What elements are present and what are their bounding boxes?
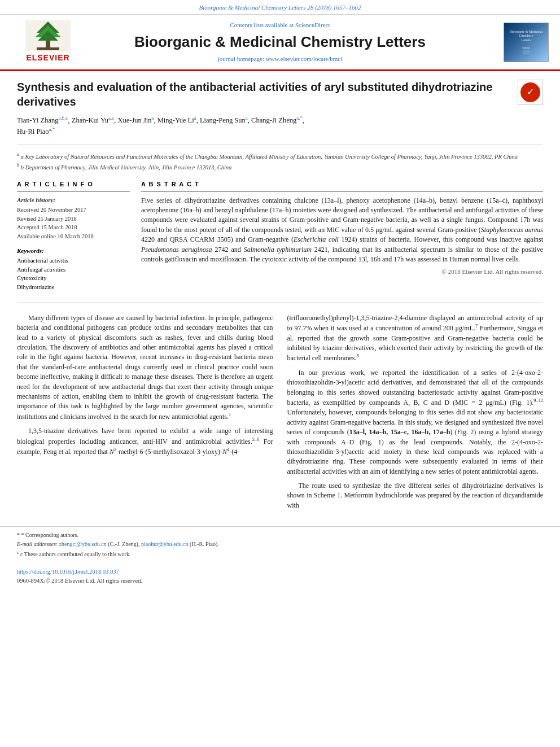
journal-cover-image: Bioorganic & MedicinalChemistryLetters══… — [504, 23, 549, 62]
journal-title-section: Contents lists available at ScienceDirec… — [85, 21, 475, 63]
keywords-label: Keywords: — [17, 247, 130, 255]
affiliation-b: b b Department of Pharmacy, Jilin Medica… — [17, 162, 543, 172]
email-piao-label: (H.-R. Piao). — [190, 541, 219, 547]
journal-reference-text: Bioorganic & Medicinal Chemistry Letters… — [199, 4, 361, 11]
keyword-1: Antibacterial activitis — [17, 257, 130, 265]
affiliation-a-text: a Key Laboratory of Natural Resources an… — [21, 153, 518, 159]
body-text-section: Many different types of disease are caus… — [17, 313, 543, 515]
svg-rect-2 — [37, 47, 59, 50]
authors-line: Tian-Yi Zhanga,b,c, Zhan-Kui Yua,c, Xue-… — [17, 115, 509, 137]
email-piao[interactable]: piaohur@ybu.edu.cn — [141, 541, 189, 547]
history-label: Article history: — [17, 196, 130, 204]
journal-title: Bioorganic & Medicinal Chemistry Letters — [85, 32, 475, 52]
corresponding-authors-note: * * Corresponding authors. — [17, 531, 543, 539]
author-liang-peng-sun: Liang-Peng Sun — [200, 116, 246, 124]
article-content: Synthesis and evaluation of the antibact… — [0, 71, 560, 526]
keyword-2: Antifungal activities — [17, 266, 130, 274]
body-para-1: Many different types of disease are caus… — [17, 313, 273, 422]
author-xue-jun-jin: Xue-Jun Jin — [117, 116, 151, 124]
body-left-column: Many different types of disease are caus… — [17, 313, 273, 515]
elsevier-logo: ELSEVIER — [25, 20, 71, 64]
email-zheng[interactable]: zhengcj@ybu.edu.cn — [59, 541, 107, 547]
cover-text: Bioorganic & MedicinalChemistryLetters══… — [510, 30, 543, 54]
author-tian-yi-zhang: Tian-Yi Zhang — [17, 116, 59, 124]
article-title-text: Synthesis and evaluation of the antibact… — [17, 80, 509, 137]
science-direct-line: Contents lists available at ScienceDirec… — [85, 21, 475, 29]
abstract-header: A B S T R A C T — [141, 180, 543, 191]
article-info-header: A R T I C L E I N F O — [17, 180, 130, 191]
equal-contrib-note: c c These authors contributed equally to… — [17, 549, 543, 558]
check-icon: ✓ — [520, 82, 540, 102]
synthesize-text: synthesize — [352, 482, 380, 490]
bottom-links-section: https://doi.org/10.1016/j.bmcl.2018.03.0… — [0, 565, 560, 589]
abstract-text: Five series of dihydrotriazine derivativ… — [141, 196, 543, 265]
contents-text: Contents lists available at — [230, 21, 294, 28]
author-hu-ri-piao: Hu-Ri Piao — [17, 128, 49, 136]
body-para-2: 1,3,5-triazine derivatives have been rep… — [17, 426, 273, 457]
journal-header: ELSEVIER Contents lists available at Sci… — [0, 15, 560, 71]
corresponding-text: * Corresponding authors. — [21, 532, 78, 538]
article-info-column: A R T I C L E I N F O Article history: R… — [17, 180, 130, 292]
email-zheng-label: (C.-J. Zheng), — [108, 541, 141, 547]
affiliations-section: a a Key Laboratory of Natural Resources … — [17, 151, 543, 172]
body-para-5: The route used to synthesize the five di… — [287, 481, 544, 510]
keywords-section: Keywords: Antibacterial activitis Antifu… — [17, 247, 130, 292]
elsevier-text: ELSEVIER — [26, 53, 69, 64]
revised-date: Revised 25 January 2018 — [17, 215, 130, 224]
affiliation-b-text: b Department of Pharmacy, Jilin Medical … — [21, 164, 232, 170]
elsevier-logo-section: ELSEVIER — [11, 20, 85, 64]
issn-line: 0960-894X/© 2018 Elsevier Ltd. All right… — [17, 577, 543, 586]
journal-cover-section: Bioorganic & MedicinalChemistryLetters══… — [475, 23, 549, 62]
accepted-date: Accepted 15 March 2018 — [17, 224, 130, 232]
science-direct-link-text[interactable]: ScienceDirect — [295, 21, 330, 28]
abstract-column: A B S T R A C T Five series of dihydrotr… — [141, 180, 543, 292]
journal-reference-bar: Bioorganic & Medicinal Chemistry Letters… — [0, 0, 560, 15]
keyword-4: Dihydrotriazine — [17, 283, 130, 292]
author-zhan-kui-yu: Zhan-Kui Yu — [72, 116, 108, 124]
elsevier-tree-icon — [25, 20, 71, 51]
abstract-copyright: © 2018 Elsevier Ltd. All rights reserved… — [141, 268, 543, 276]
abstract-content: Five series of dihydrotriazine derivativ… — [141, 196, 543, 263]
info-abstract-section: A R T I C L E I N F O Article history: R… — [17, 180, 543, 292]
doi-text: https://doi.org/10.1016/j.bmcl.2018.03.0… — [17, 569, 119, 575]
affiliation-a: a a Key Laboratory of Natural Resources … — [17, 151, 543, 161]
footnotes-section: * * Corresponding authors. E-mail addres… — [0, 526, 560, 564]
section-divider — [17, 303, 543, 303]
author-chang-ji-zheng: Chang-Ji Zheng — [251, 116, 296, 124]
journal-homepage: journal homepage: www.elsevier.com/locat… — [85, 55, 475, 63]
author-ming-yue-li: Ming-Yue Li — [158, 116, 194, 124]
keyword-3: Cytotoxicity — [17, 274, 130, 283]
article-title: Synthesis and evaluation of the antibact… — [17, 80, 509, 109]
body-right-column: (trifluoromethyl)phenyl)-1,3,5-triazine-… — [287, 313, 544, 515]
equal-contrib-text: c These authors contributed equally to t… — [20, 552, 130, 558]
email-footnote: E-mail addresses: zhengcj@ybu.edu.cn (C.… — [17, 540, 543, 548]
doi-link[interactable]: https://doi.org/10.1016/j.bmcl.2018.03.0… — [17, 568, 543, 576]
body-para-3: (trifluoromethyl)phenyl)-1,3,5-triazine-… — [287, 313, 544, 364]
homepage-text: journal homepage: www.elsevier.com/locat… — [218, 55, 342, 62]
received-date: Received 20 November 2017 — [17, 206, 130, 215]
article-history: Article history: Received 20 November 20… — [17, 196, 130, 241]
available-date: Available online 16 March 2018 — [17, 233, 130, 241]
star-symbol: * — [17, 532, 20, 538]
issn-text: 0960-894X/© 2018 Elsevier Ltd. All right… — [17, 578, 142, 584]
check-for-updates-badge: ✓ — [518, 80, 543, 105]
article-title-section: Synthesis and evaluation of the antibact… — [17, 80, 543, 145]
email-label: E-mail addresses: — [17, 541, 59, 547]
body-para-4: In our previous work, we reported the id… — [287, 368, 544, 477]
